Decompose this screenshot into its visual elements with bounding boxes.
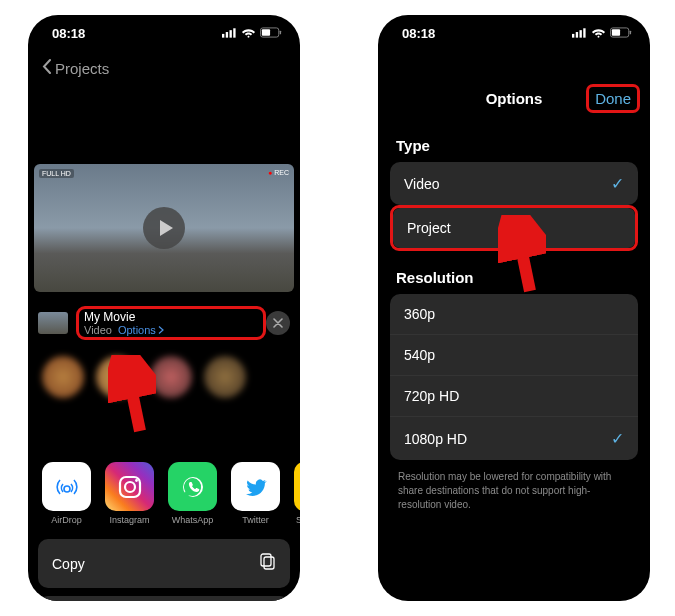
close-icon: [273, 318, 283, 328]
svg-rect-18: [580, 30, 582, 38]
back-to-projects[interactable]: Projects: [28, 51, 300, 85]
res-540p[interactable]: 540p: [390, 335, 638, 376]
share-airdrop[interactable]: AirDrop: [42, 462, 91, 525]
twitter-icon: [231, 462, 280, 511]
svg-rect-0: [222, 33, 224, 37]
back-label: Projects: [55, 60, 109, 77]
checkmark-icon: ✓: [611, 174, 624, 193]
avatar[interactable]: [204, 356, 246, 398]
movie-title: My Movie: [84, 310, 258, 324]
share-twitter[interactable]: Twitter: [231, 462, 280, 525]
copy-label: Copy: [52, 556, 85, 572]
type-list: Video ✓: [390, 162, 638, 205]
share-label: AirDrop: [51, 515, 82, 525]
svg-rect-12: [261, 554, 271, 566]
airdrop-icon: [42, 462, 91, 511]
play-button[interactable]: [143, 207, 185, 249]
movie-thumbnail: [38, 312, 68, 334]
chevron-right-icon: [158, 326, 164, 334]
wifi-icon: [591, 26, 606, 41]
list-item-label: Project: [407, 220, 451, 236]
svg-point-7: [64, 486, 70, 492]
svg-rect-2: [230, 30, 232, 38]
copy-icon: [258, 553, 276, 574]
res-720p[interactable]: 720p HD: [390, 376, 638, 417]
whatsapp-icon: [168, 462, 217, 511]
options-label: Options: [118, 324, 156, 336]
share-label: Twitter: [242, 515, 269, 525]
checkmark-icon: ✓: [611, 429, 624, 448]
status-time: 08:18: [396, 26, 435, 41]
rec-badge: REC: [268, 169, 289, 176]
share-label: S: [296, 515, 300, 525]
close-button[interactable]: [266, 311, 290, 335]
type-project-highlight: Project: [390, 205, 638, 251]
movie-type-label: Video: [84, 324, 112, 336]
svg-point-9: [125, 482, 135, 492]
options-title: Options: [486, 90, 543, 107]
avatar[interactable]: [42, 356, 84, 398]
copy-action[interactable]: Copy: [38, 539, 290, 588]
type-section-label: Type: [378, 119, 650, 162]
svg-rect-13: [264, 557, 274, 569]
signal-icon: [572, 26, 587, 41]
share-whatsapp[interactable]: WhatsApp: [168, 462, 217, 525]
status-icons: [572, 26, 632, 41]
svg-rect-5: [262, 29, 270, 35]
video-preview[interactable]: FULL HD REC: [34, 164, 294, 292]
export-movie-row: My Movie Video Options: [28, 300, 300, 346]
right-phone-options-sheet: 08:18 Options Done Type Video ✓ Project …: [378, 15, 650, 601]
suggested-contacts-row: [42, 356, 286, 398]
save-video-action[interactable]: Save Video: [38, 596, 290, 601]
battery-icon: [610, 26, 632, 41]
play-icon: [157, 219, 175, 237]
options-button[interactable]: Options: [118, 324, 164, 336]
avatar[interactable]: [150, 356, 192, 398]
svg-point-10: [135, 479, 138, 482]
type-video[interactable]: Video ✓: [390, 162, 638, 205]
list-item-label: 720p HD: [404, 388, 459, 404]
battery-icon: [260, 26, 282, 41]
res-360p[interactable]: 360p: [390, 294, 638, 335]
status-bar: 08:18: [378, 15, 650, 51]
avatar[interactable]: [96, 356, 138, 398]
share-label: Instagram: [109, 515, 149, 525]
list-item-label: Video: [404, 176, 440, 192]
svg-rect-3: [233, 28, 235, 37]
instagram-icon: [105, 462, 154, 511]
signal-icon: [222, 26, 237, 41]
resolution-section-label: Resolution: [378, 251, 650, 294]
svg-rect-22: [630, 30, 631, 34]
svg-rect-17: [576, 32, 578, 38]
share-more[interactable]: S: [294, 462, 300, 525]
resolution-footnote: Resolution may be lowered for compatibil…: [378, 460, 650, 522]
status-time: 08:18: [46, 26, 85, 41]
fullhd-badge: FULL HD: [39, 169, 74, 178]
done-button[interactable]: Done: [586, 84, 640, 113]
svg-rect-16: [572, 33, 574, 37]
wifi-icon: [241, 26, 256, 41]
type-project[interactable]: Project: [393, 208, 635, 248]
res-1080p[interactable]: 1080p HD✓: [390, 417, 638, 460]
svg-rect-6: [280, 30, 281, 34]
resolution-list: 360p 540p 720p HD 1080p HD✓: [390, 294, 638, 460]
svg-rect-1: [226, 32, 228, 38]
left-phone-share-sheet: 08:18 Projects FULL HD REC My Movie Vide…: [28, 15, 300, 601]
list-item-label: 540p: [404, 347, 435, 363]
status-bar: 08:18: [28, 15, 300, 51]
share-instagram[interactable]: Instagram: [105, 462, 154, 525]
share-apps-row: AirDrop Instagram WhatsApp Twitter S: [28, 462, 300, 525]
options-header: Options Done: [378, 77, 650, 119]
status-icons: [222, 26, 282, 41]
share-label: WhatsApp: [172, 515, 214, 525]
list-item-label: 360p: [404, 306, 435, 322]
svg-rect-21: [612, 29, 620, 35]
movie-info-highlight: My Movie Video Options: [76, 306, 266, 340]
chevron-left-icon: [42, 59, 51, 77]
svg-rect-19: [583, 28, 585, 37]
more-icon: [294, 462, 300, 511]
list-item-label: 1080p HD: [404, 431, 467, 447]
